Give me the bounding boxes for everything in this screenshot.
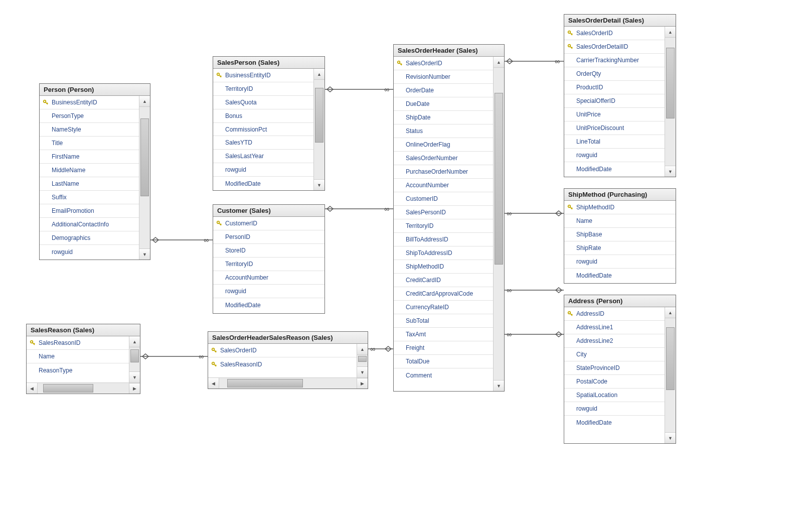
column-row[interactable]: StateProvinceID [564,361,665,375]
column-row[interactable]: NameStyle [40,123,139,137]
column-row[interactable]: MiddleName [40,164,139,177]
column-row[interactable]: BusinessEntityID [40,96,139,109]
column-row[interactable]: SalesReasonID [208,357,357,371]
scroll-down-button[interactable]: ▼ [357,366,368,377]
table-sod[interactable]: SalesOrderDetail (Sales)SalesOrderIDSale… [564,14,676,177]
column-row[interactable]: TerritoryID [394,219,493,233]
table-title[interactable]: Customer (Sales) [213,205,324,217]
scroll-up-button[interactable]: ▲ [665,307,676,318]
column-row[interactable]: SalesYTD [213,136,313,150]
column-row[interactable]: LastName [40,177,139,191]
scroll-thumb[interactable] [666,48,675,118]
column-row[interactable]: AccountNumber [394,179,493,192]
column-row[interactable]: DueDate [394,97,493,111]
scroll-left-button[interactable]: ◀ [208,378,219,389]
scroll-track[interactable] [314,80,324,179]
column-row[interactable]: PurchaseOrderNumber [394,165,493,179]
table-title[interactable]: SalesOrderHeader (Sales) [394,45,504,57]
scroll-thumb[interactable] [315,88,323,143]
scroll-track[interactable] [139,107,150,248]
scroll-up-button[interactable]: ▲ [357,344,368,355]
scroll-track[interactable] [129,347,140,371]
scroll-down-button[interactable]: ▼ [314,179,324,190]
column-row[interactable]: AccountNumber [213,271,324,285]
column-row[interactable]: SubTotal [394,314,493,328]
column-row[interactable]: Demographics [40,231,139,245]
scroll-up-button[interactable]: ▲ [494,57,504,68]
column-row[interactable]: CustomerID [213,217,324,230]
column-row[interactable]: CustomerID [394,192,493,206]
vertical-scrollbar[interactable]: ▲▼ [665,307,676,443]
scroll-thumb[interactable] [666,327,675,390]
scroll-up-button[interactable]: ▲ [129,336,140,347]
table-title[interactable]: ShipMethod (Purchasing) [564,189,676,201]
column-row[interactable]: UnitPriceDiscount [564,121,665,135]
column-row[interactable]: TaxAmt [394,328,493,341]
column-row[interactable]: SpatialLocation [564,389,665,402]
column-row[interactable]: ModifiedDate [213,177,313,190]
column-row[interactable]: TotalDue [394,355,493,368]
column-row[interactable]: rowguid [564,402,665,416]
column-row[interactable]: CommissionPct [213,123,313,137]
column-row[interactable]: AddressID [564,307,665,321]
scroll-right-button[interactable]: ▶ [129,383,140,394]
scroll-thumb[interactable] [140,118,149,196]
column-row[interactable]: RevisionNumber [394,70,493,84]
column-row[interactable]: StoreID [213,244,324,258]
column-row[interactable]: PersonType [40,109,139,123]
scroll-track[interactable] [357,355,368,366]
scroll-thumb[interactable] [495,93,503,265]
table-title[interactable]: SalesOrderHeaderSalesReason (Sales) [208,332,368,344]
scroll-track[interactable] [38,383,129,394]
column-row[interactable]: Title [40,137,139,150]
column-row[interactable]: SalesPersonID [394,206,493,219]
column-row[interactable]: BillToAddressID [394,233,493,246]
column-row[interactable]: PersonID [213,230,324,244]
column-row[interactable]: SalesLastYear [213,150,313,163]
scroll-down-button[interactable]: ▼ [665,432,676,443]
column-row[interactable]: City [564,348,665,361]
scroll-track[interactable] [665,38,676,166]
horizontal-scrollbar[interactable]: ◀▶ [208,377,368,389]
scroll-left-button[interactable]: ◀ [27,383,38,394]
scroll-down-button[interactable]: ▼ [665,166,676,177]
column-row[interactable]: CreditCardID [394,274,493,287]
column-row[interactable]: FirstName [40,150,139,164]
column-row[interactable]: ShipDate [394,111,493,124]
scroll-up-button[interactable]: ▲ [314,69,324,80]
column-row[interactable]: Bonus [213,109,313,123]
column-row[interactable]: ShipRate [564,241,676,255]
column-row[interactable]: ShipMethodID [394,260,493,274]
column-row[interactable]: rowguid [213,163,313,177]
scroll-track[interactable] [494,68,504,380]
column-row[interactable]: SalesQuota [213,96,313,109]
column-row[interactable]: EmailPromotion [40,204,139,218]
column-row[interactable]: ModifiedDate [564,269,676,282]
diagram-canvas[interactable]: Person (Person)BusinessEntityIDPersonTyp… [0,0,812,509]
column-row[interactable]: SalesOrderNumber [394,152,493,165]
column-row[interactable]: Status [394,124,493,138]
scroll-up-button[interactable]: ▲ [139,96,150,107]
column-row[interactable]: ModifiedDate [564,162,665,176]
table-salesperson[interactable]: SalesPerson (Sales)BusinessEntityIDTerri… [213,56,325,191]
column-row[interactable]: CarrierTrackingNumber [564,54,665,67]
scroll-thumb[interactable] [43,384,93,393]
column-row[interactable]: LineTotal [564,135,665,149]
table-soh[interactable]: SalesOrderHeader (Sales)SalesOrderIDRevi… [393,44,505,392]
table-salesreason[interactable]: SalesReason (Sales)SalesReasonIDNameReas… [26,324,140,394]
column-row[interactable]: rowguid [564,149,665,162]
column-row[interactable]: TerritoryID [213,258,324,271]
column-row[interactable]: BusinessEntityID [213,69,313,82]
column-row[interactable]: UnitPrice [564,108,665,121]
table-sohsr[interactable]: SalesOrderHeaderSalesReason (Sales)Sales… [208,331,368,389]
column-row[interactable]: SalesOrderID [208,344,357,357]
vertical-scrollbar[interactable]: ▲▼ [665,27,676,177]
horizontal-scrollbar[interactable]: ◀▶ [27,383,140,394]
column-row[interactable]: Freight [394,341,493,355]
table-title[interactable]: SalesReason (Sales) [27,324,140,336]
column-row[interactable]: Suffix [40,191,139,204]
column-row[interactable]: ShipBase [564,228,676,241]
vertical-scrollbar[interactable]: ▲▼ [313,69,324,190]
column-row[interactable]: ModifiedDate [564,416,665,429]
table-title[interactable]: SalesOrderDetail (Sales) [564,15,676,27]
